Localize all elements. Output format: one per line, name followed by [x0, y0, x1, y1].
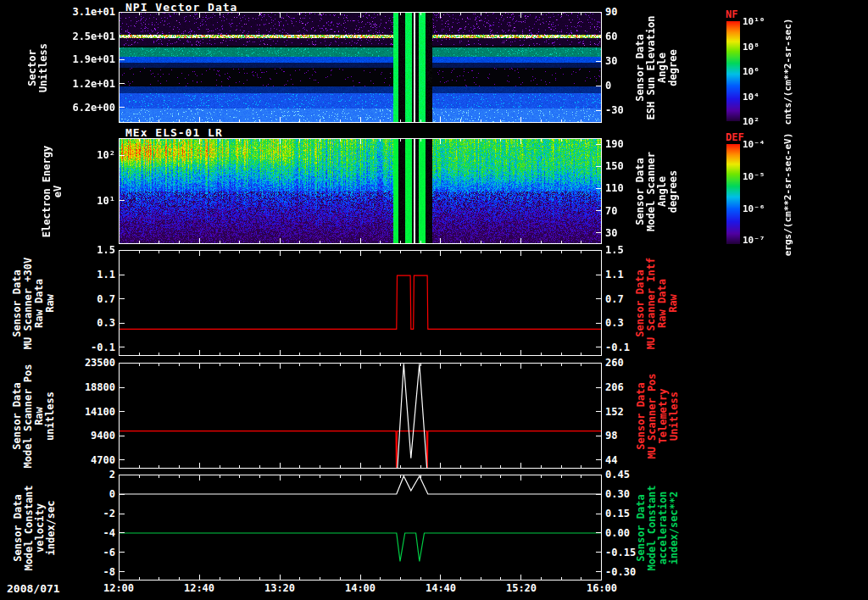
- y-tick-label: 3.1e+01: [59, 7, 115, 18]
- right-axis-title-1: Sensor DataESH Sun ElevationAngledegree: [635, 15, 679, 119]
- right-axis-title-2: Sensor DataModel ScannerAngledegrees: [635, 152, 679, 231]
- y-tick-label: 0.7: [59, 294, 115, 305]
- colorbar-tick-label: 10⁻⁶: [743, 203, 765, 214]
- colorbar-tick-label: 10⁸: [743, 42, 760, 53]
- y-tick-label: 2.5e+01: [59, 31, 115, 42]
- panel-frame: [119, 363, 602, 469]
- y-tick-label: 1.2e+01: [59, 79, 115, 90]
- colorbar-tick-label: 10⁻⁷: [743, 235, 765, 246]
- plot-panel-2: [119, 138, 602, 244]
- y-tick-label: 0.45: [605, 469, 656, 481]
- plot-panel-1: [119, 12, 602, 123]
- left-axis-title-4: Sensor DataModel Scanner PosRawunitless: [12, 364, 56, 468]
- colorbar-gradient-2: [726, 144, 740, 244]
- plot-panel-3: [119, 250, 602, 356]
- colorbar-tick-label: 10⁴: [743, 92, 760, 103]
- y-tick-label: 1.1: [59, 269, 115, 281]
- y-tick-label: 0.3: [59, 318, 115, 329]
- y-tick-label: 4700: [59, 455, 115, 466]
- right-axis-title-5: Sensor DataModel Constantaccelerationind…: [635, 485, 679, 570]
- y-tick-label: 0: [59, 489, 115, 500]
- y-tick-label: -8: [59, 567, 115, 578]
- plot-panel-4: [119, 363, 602, 469]
- y-tick-label: 18800: [59, 382, 115, 393]
- colorbar-tick-label: 10²: [743, 116, 760, 127]
- y-tick-label: 190: [605, 139, 656, 150]
- panel-frame: [119, 12, 602, 123]
- y-tick-label: -4: [59, 528, 115, 539]
- panel-frame: [119, 475, 602, 581]
- y-tick-label: -6: [59, 547, 115, 558]
- panel-frame: [119, 250, 602, 356]
- y-tick-label: 14100: [59, 407, 115, 418]
- colorbar-gradient-1: [726, 21, 740, 121]
- y-tick-label: 1.9e+01: [59, 54, 115, 65]
- panel2-title: MEx ELS-01 LR: [125, 126, 223, 139]
- y-tick-label: 1.5: [605, 245, 656, 256]
- y-tick-label: 10¹: [59, 196, 115, 207]
- x-tick-label: 12:00: [93, 583, 144, 594]
- colorbar-tick-label: 10⁻⁵: [743, 171, 765, 182]
- science-plot-page: NPI Vector Data MEx ELS-01 LR 2008/071 N…: [0, 0, 868, 600]
- colorbar-unit-label-2: ergs/(cm**2-sr-sec-eV): [782, 132, 793, 256]
- y-tick-label: 1.5: [59, 245, 115, 256]
- x-tick-label: 14:00: [335, 583, 386, 594]
- y-tick-label: 260: [605, 358, 656, 369]
- y-tick-label: 10²: [59, 150, 115, 161]
- left-axis-title-2: Electron EnergyeV: [42, 145, 64, 236]
- right-axis-title-4: Sensor DataMU Scanner PosTelemetryUnitle…: [635, 373, 679, 458]
- left-axis-title-3: Sensor DataMU Scanner +30VRaw DataRaw: [12, 257, 56, 348]
- colorbar-tick-label: 10⁶: [743, 66, 760, 77]
- y-tick-label: -0.1: [59, 342, 115, 353]
- left-axis-title-1: SectorUnitless: [27, 43, 49, 92]
- colorbar-tick-label: 10⁻⁴: [743, 139, 765, 150]
- x-tick-label: 12:40: [174, 583, 225, 594]
- y-tick-label: 23500: [59, 358, 115, 369]
- right-axis-title-3: Sensor DataMU Scanner IntfRaw DataRaw: [635, 257, 679, 348]
- colorbar-unit-label-1: cnts/(cm**2-sr-sec): [782, 18, 793, 125]
- x-axis-date-label: 2008/071: [7, 583, 60, 594]
- x-tick-label: 14:40: [415, 583, 466, 594]
- y-tick-label: 2: [59, 469, 115, 481]
- y-tick-label: 6.2e+00: [59, 103, 115, 114]
- x-tick-label: 16:00: [576, 583, 627, 594]
- colorbar2-title: DEF: [726, 131, 744, 143]
- y-tick-label: 9400: [59, 431, 115, 442]
- plot-panel-5: [119, 475, 602, 581]
- panel-frame: [119, 138, 602, 244]
- y-tick-label: -2: [59, 508, 115, 519]
- colorbar-tick-label: 10¹⁰: [743, 16, 765, 27]
- left-axis-title-5: Sensor DataModel Constantvelocityindex/s…: [12, 485, 56, 570]
- x-tick-label: 15:20: [496, 583, 547, 594]
- x-tick-label: 13:20: [254, 583, 305, 594]
- colorbar1-title: NF: [726, 8, 737, 20]
